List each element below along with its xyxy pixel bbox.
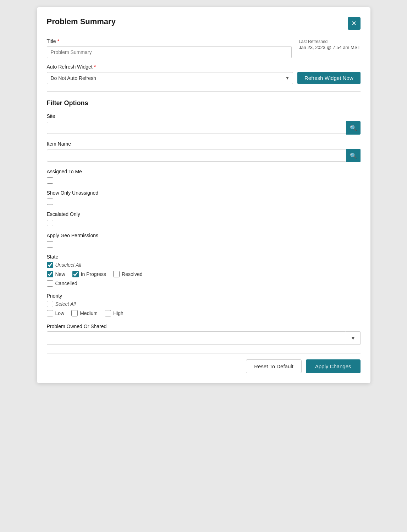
priority-medium-checkbox[interactable] xyxy=(71,310,78,316)
show-only-unassigned-item xyxy=(47,199,361,205)
site-search-button[interactable]: 🔍 xyxy=(346,121,361,135)
state-cancelled-label[interactable]: Cancelled xyxy=(55,281,77,286)
problem-owned-label: Problem Owned Or Shared xyxy=(47,324,361,329)
item-name-search-row: 🔍 xyxy=(47,149,361,162)
auto-refresh-field-group: Auto Refresh Widget * Do Not Auto Refres… xyxy=(47,64,361,84)
priority-select-all-label[interactable]: Select All xyxy=(55,301,76,307)
assigned-to-me-item xyxy=(47,177,361,184)
priority-section: Priority Select All Low Medium High xyxy=(47,293,361,316)
apply-geo-permissions-group: Apply Geo Permissions xyxy=(47,233,361,248)
apply-geo-permissions-label: Apply Geo Permissions xyxy=(47,233,361,238)
priority-low-checkbox[interactable] xyxy=(47,310,53,316)
escalated-only-label: Escalated Only xyxy=(47,211,361,217)
auto-refresh-required: * xyxy=(94,64,96,70)
escalated-only-group: Escalated Only xyxy=(47,211,361,226)
footer-buttons: Reset To Default Apply Changes xyxy=(47,353,361,373)
state-cancelled-item: Cancelled xyxy=(47,280,77,287)
state-new-label[interactable]: New xyxy=(55,271,65,277)
state-unselect-all-row: Unselect All xyxy=(47,262,361,268)
item-name-input[interactable] xyxy=(47,150,346,162)
auto-refresh-label: Auto Refresh Widget * xyxy=(47,64,361,70)
last-refreshed-value: Jan 23, 2023 @ 7:54 am MST xyxy=(299,45,361,50)
state-in-progress-item: In Progress xyxy=(72,271,106,277)
refresh-row: Do Not Auto Refresh Every 1 minute Every… xyxy=(47,72,361,84)
apply-changes-button[interactable]: Apply Changes xyxy=(306,359,361,373)
show-only-unassigned-group: Show Only Unassigned xyxy=(47,190,361,205)
escalated-only-checkbox[interactable] xyxy=(47,220,53,226)
state-resolved-checkbox[interactable] xyxy=(113,271,120,277)
chevron-down-icon: ▼ xyxy=(351,335,356,341)
title-field-group: Title * Problem Summary xyxy=(47,38,292,58)
title-section: Title * Problem Summary Last Refreshed J… xyxy=(47,38,361,58)
last-refreshed-label: Last Refreshed xyxy=(299,39,361,44)
priority-low-item: Low xyxy=(47,310,65,316)
title-required: * xyxy=(57,38,59,44)
close-icon: ✕ xyxy=(351,20,357,27)
state-resolved-item: Resolved xyxy=(113,271,142,277)
priority-select-all-checkbox[interactable] xyxy=(47,301,53,307)
assigned-to-me-group: Assigned To Me xyxy=(47,169,361,184)
section-divider xyxy=(47,91,361,92)
unselect-all-checkbox[interactable] xyxy=(47,262,53,268)
escalated-only-item xyxy=(47,220,361,226)
priority-high-checkbox[interactable] xyxy=(105,310,111,316)
state-resolved-label[interactable]: Resolved xyxy=(122,271,142,277)
state-options-row1: New In Progress Resolved xyxy=(47,271,361,277)
state-label: State xyxy=(47,254,361,260)
search-icon: 🔍 xyxy=(350,125,357,131)
state-unselect-all-item: Unselect All xyxy=(47,262,81,268)
priority-label: Priority xyxy=(47,293,361,299)
problem-owned-dropdown-row: ▼ xyxy=(47,331,361,345)
priority-select-all-item: Select All xyxy=(47,301,76,307)
settings-modal: Problem Summary ✕ Title * Problem Summar… xyxy=(37,7,370,383)
modal-title: Problem Summary xyxy=(47,17,116,26)
assigned-to-me-label: Assigned To Me xyxy=(47,169,361,174)
state-in-progress-label[interactable]: In Progress xyxy=(81,271,106,277)
auto-refresh-select-wrapper: Do Not Auto Refresh Every 1 minute Every… xyxy=(47,72,293,84)
unselect-all-label[interactable]: Unselect All xyxy=(55,262,81,268)
reset-to-default-button[interactable]: Reset To Default xyxy=(246,359,302,373)
modal-header: Problem Summary ✕ xyxy=(47,17,361,30)
state-cancelled-checkbox[interactable] xyxy=(47,280,53,287)
priority-high-item: High xyxy=(105,310,123,316)
state-in-progress-checkbox[interactable] xyxy=(72,271,79,277)
state-new-checkbox[interactable] xyxy=(47,271,53,277)
title-label: Title * xyxy=(47,38,292,44)
problem-owned-input[interactable] xyxy=(47,331,346,345)
priority-options-row: Low Medium High xyxy=(47,310,361,316)
state-section: State Unselect All New In Progress Resol… xyxy=(47,254,361,287)
problem-owned-dropdown-button[interactable]: ▼ xyxy=(346,331,361,345)
priority-high-label[interactable]: High xyxy=(113,310,123,316)
problem-owned-section: Problem Owned Or Shared ▼ xyxy=(47,324,361,345)
site-search-row: 🔍 xyxy=(47,121,361,135)
site-label: Site xyxy=(47,113,361,119)
title-input[interactable]: Problem Summary xyxy=(47,46,292,58)
item-name-label: Item Name xyxy=(47,141,361,147)
priority-medium-item: Medium xyxy=(71,310,98,316)
item-name-field-group: Item Name 🔍 xyxy=(47,141,361,162)
close-button[interactable]: ✕ xyxy=(348,17,361,30)
show-only-unassigned-label: Show Only Unassigned xyxy=(47,190,361,196)
site-field-group: Site 🔍 xyxy=(47,113,361,135)
last-refreshed-group: Last Refreshed Jan 23, 2023 @ 7:54 am MS… xyxy=(299,38,361,50)
search-icon: 🔍 xyxy=(350,152,357,159)
priority-medium-label[interactable]: Medium xyxy=(80,310,98,316)
show-only-unassigned-checkbox[interactable] xyxy=(47,199,53,205)
refresh-widget-button[interactable]: Refresh Widget Now xyxy=(297,72,361,84)
apply-geo-permissions-item xyxy=(47,241,361,248)
priority-low-label[interactable]: Low xyxy=(55,310,65,316)
priority-select-all-row: Select All xyxy=(47,301,361,307)
item-name-search-button[interactable]: 🔍 xyxy=(346,149,361,162)
state-options-row2: Cancelled xyxy=(47,280,361,287)
auto-refresh-select[interactable]: Do Not Auto Refresh Every 1 minute Every… xyxy=(47,72,293,84)
apply-geo-permissions-checkbox[interactable] xyxy=(47,241,53,248)
site-input[interactable] xyxy=(47,122,346,134)
filter-options-title: Filter Options xyxy=(47,99,361,107)
state-new-item: New xyxy=(47,271,65,277)
assigned-to-me-checkbox[interactable] xyxy=(47,177,53,184)
